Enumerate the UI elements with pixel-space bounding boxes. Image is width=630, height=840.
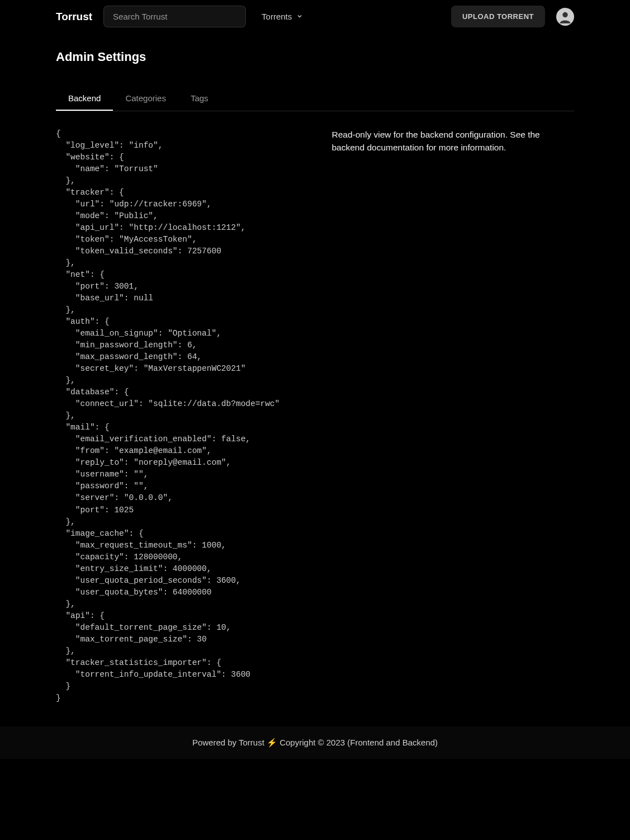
config-description: Read-only view for the backend configura… bbox=[332, 128, 575, 726]
tab-categories[interactable]: Categories bbox=[113, 87, 178, 111]
tab-tags[interactable]: Tags bbox=[178, 87, 221, 111]
tabs: Backend Categories Tags bbox=[56, 87, 574, 111]
page-title: Admin Settings bbox=[56, 50, 574, 64]
config-json-block: { "log_level": "info", "website": { "nam… bbox=[56, 128, 315, 726]
avatar[interactable] bbox=[556, 8, 574, 26]
chevron-down-icon bbox=[296, 12, 303, 21]
upload-torrent-button[interactable]: UPLOAD TORRENT bbox=[451, 6, 545, 27]
footer: Powered by Torrust ⚡ Copyright © 2023 (F… bbox=[0, 726, 630, 759]
nav-dropdown-torrents[interactable]: Torrents bbox=[257, 7, 307, 26]
search-input[interactable] bbox=[103, 6, 246, 27]
footer-text: Powered by Torrust ⚡ Copyright © 2023 (F… bbox=[192, 738, 438, 747]
svg-point-1 bbox=[562, 12, 567, 17]
nav-dropdown-label: Torrents bbox=[262, 12, 292, 21]
content: Admin Settings Backend Categories Tags {… bbox=[0, 33, 630, 726]
user-icon bbox=[557, 9, 573, 25]
header: Torrust Torrents UPLOAD TORRENT bbox=[0, 0, 630, 33]
brand-logo[interactable]: Torrust bbox=[56, 11, 92, 23]
tab-backend[interactable]: Backend bbox=[56, 87, 113, 111]
main-area: { "log_level": "info", "website": { "nam… bbox=[56, 128, 574, 726]
